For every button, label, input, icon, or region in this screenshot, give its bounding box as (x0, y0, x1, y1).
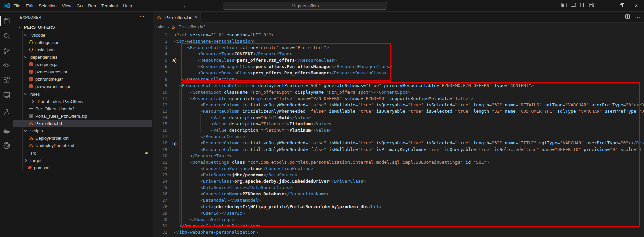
code-line[interactable]: 14 <Value description="Gold">Gold</Value… (153, 114, 644, 121)
code-line[interactable]: 4 <ResourceType>CONTENT</ResourceType> (153, 51, 644, 57)
annotation-label-a: a) (172, 58, 177, 63)
code-line[interactable]: 26 <ConnectionName>PZNDemo Database</Con… (153, 191, 644, 197)
code-line[interactable]: 32</ibm-websphere-personalization> (153, 229, 644, 235)
code-line[interactable]: 5 <ResourceClass>pers_offers.Pzn_offers<… (153, 57, 644, 63)
testing-beaker-icon[interactable] (0, 106, 13, 119)
command-center-search[interactable]: pers_offers (223, 2, 387, 10)
tree-item-rules[interactable]: rules (13, 90, 152, 98)
code-line[interactable]: 13 <ResourceColumn initializeOnlyWhenNee… (153, 108, 644, 114)
code-line[interactable]: 6 <ResourceManagerClass>pers_offers.Pzn_… (153, 63, 644, 70)
tree-item-scripts[interactable]: scripts (13, 127, 152, 134)
navigate-forward-button[interactable]: → (181, 3, 186, 9)
menu-go[interactable]: Go (74, 2, 85, 10)
tab-close-icon[interactable]: ✕ (195, 15, 198, 20)
tree-item-file-pom-xml[interactable]: pom.xml (13, 164, 152, 171)
tree-item-portal-rules-pznoffers[interactable]: Portal_rules_PznOffers (13, 98, 152, 105)
tree-item-file-undeployportlet-xml[interactable]: UndeployPortlet.xml (13, 142, 152, 149)
tree-item-pers-offers[interactable]: PERS_OFFERS (13, 24, 152, 31)
code-line[interactable]: 15 <Value description="Titanium">Titaniu… (153, 121, 644, 127)
tree-item-label: pznquery.jar (35, 62, 59, 67)
line-number: 3 (153, 44, 167, 51)
line-number: 15 (153, 121, 167, 127)
menu-help[interactable]: Help (120, 2, 135, 10)
code-line[interactable]: 7 <ResourceDomainClass>pers_offers.Pzn_o… (153, 70, 644, 76)
chevron-right-icon (24, 159, 28, 162)
code-line[interactable]: 21 <DomainSettings class="com.ibm.etools… (153, 159, 644, 165)
docker-icon[interactable] (0, 124, 13, 137)
source-control-icon[interactable] (0, 44, 13, 57)
tree-item-file-pznquery-jar[interactable]: pznquery.jar (13, 61, 152, 68)
code-line[interactable]: 17 </ResourceColumn> (153, 133, 644, 140)
tree-item-label: pznruntime.jar (35, 77, 63, 82)
code-line[interactable]: 23 <DataSource>jdbc/pzndemo</DataSource> (153, 172, 644, 178)
extensions-icon[interactable] (0, 73, 13, 87)
tree-item-file-pznruntime-jar[interactable]: pznruntime.jar (13, 75, 152, 83)
tree-item-label: dependencies (30, 55, 57, 60)
code-line[interactable]: 19 <ResourceColumn initializeOnlyWhenNee… (153, 146, 644, 153)
tree-item-dependencies[interactable]: dependencies (13, 53, 152, 61)
line-number: 22 (153, 165, 167, 172)
customize-layout-icon[interactable] (589, 3, 595, 9)
code-line[interactable]: 12 <ResourceColumn initializeOnlyWhenNee… (153, 102, 644, 108)
code-line[interactable]: 28 <Url>jdbc:derby:C:\HCL\wp_profile\Por… (153, 203, 644, 210)
tree-item-file-portal-rules-pznoffers-zip[interactable]: Portal_rules_PznOffers.zip (13, 112, 152, 120)
line-number: 5 (153, 57, 167, 63)
explorer-icon[interactable] (0, 14, 13, 28)
tree-item--vscode[interactable]: .vscode (13, 31, 152, 39)
code-line[interactable]: 27 <DataModel></DataModel> (153, 197, 644, 203)
code-line[interactable]: 20 </ResourceTable> (153, 153, 644, 159)
remote-explorer-icon[interactable] (0, 88, 13, 102)
menu-terminal[interactable]: Terminal (99, 2, 120, 10)
code-line[interactable]: 31 </ResourceCollectionDefinition> (153, 223, 644, 229)
code-line[interactable]: 1<?xml version="1.0" encoding="UTF-8"?> (153, 32, 644, 38)
code-line[interactable]: 2<ibm-websphere-personalization> (153, 38, 644, 44)
split-editor-icon[interactable] (625, 14, 630, 20)
tree-item-file-tasks-json[interactable]: {}tasks.json (13, 46, 152, 53)
line-number: 30 (153, 216, 167, 223)
toggle-primary-sidebar-icon[interactable] (561, 3, 567, 9)
search-icon[interactable] (0, 29, 13, 43)
tree-item-file-per-offers-user-hrf[interactable]: Per_Offers_User.hrf (13, 105, 152, 112)
code-line[interactable]: 11 <ResourceTable generateTemplates="fal… (153, 95, 644, 102)
code-line[interactable]: 24 <DriverClass>org.apache.derby.jdbc.Em… (153, 178, 644, 184)
github-icon[interactable] (0, 139, 13, 152)
toggle-secondary-sidebar-icon[interactable] (580, 3, 585, 9)
code-line[interactable]: 16 <Value description="Platinum">Platinu… (153, 127, 644, 133)
run-debug-icon[interactable] (0, 59, 13, 72)
tree-item-src[interactable]: src (13, 149, 152, 157)
code-line[interactable]: 9 <ResourceCollectionDefinition deployme… (153, 82, 644, 89)
code-line[interactable]: 29 <UserId></UserId> (153, 210, 644, 216)
chevron-down-icon (24, 92, 28, 96)
close-button[interactable]: ✕ (629, 0, 644, 12)
code-line[interactable]: 22 <ConnectionPooling>true</ConnectionPo… (153, 165, 644, 172)
breadcrumb-file[interactable]: Pzn_offers.hrf (178, 25, 205, 29)
code-line[interactable]: 8 </ResourceCollection> (153, 76, 644, 82)
tree-item-file-pznresources-jar[interactable]: pznresources.jar (13, 68, 152, 75)
restore-button[interactable] (613, 0, 629, 12)
chevron-right-icon: › (167, 25, 169, 30)
code-line[interactable]: 18 <ResourceColumn initializeOnlyWhenNee… (153, 140, 644, 146)
tree-item-target[interactable]: target (13, 157, 152, 164)
chevron-down-icon (19, 26, 22, 29)
code-line[interactable]: 3 <ResourceCollection action="create" na… (153, 44, 644, 51)
line-number: 10 (153, 89, 167, 95)
tree-item-file-pzn-offers-hrf[interactable]: Pzn_offers.hrf (13, 120, 152, 127)
toggle-panel-icon[interactable] (571, 3, 576, 9)
code-line[interactable]: 25 <DataSourceClass></DataSourceClass> (153, 184, 644, 191)
tree-item-file-settings-json[interactable]: {}settings.json (13, 39, 152, 46)
code-line[interactable]: 10 <ContentSpot className="Pzn_offersSpo… (153, 89, 644, 95)
tab-pzn-offers[interactable]: Pzn_offers.hrf ✕ (153, 12, 201, 23)
breadcrumb-folder[interactable]: rules (156, 25, 165, 29)
navigate-back-button[interactable]: ← (171, 3, 176, 9)
minimize-button[interactable] (598, 0, 613, 12)
menu-edit[interactable]: Edit (23, 2, 36, 10)
code-line[interactable]: 30 </DomainSettings> (153, 216, 644, 223)
menu-view[interactable]: View (59, 2, 74, 10)
menu-file[interactable]: File (11, 2, 23, 10)
tree-item-file-deployportlet-xml[interactable]: DeployPortlet.xml (13, 134, 152, 142)
tree-item-file-pznwpsruntime-jar[interactable]: pznwpsruntime.jar (13, 83, 152, 90)
menu-run[interactable]: Run (85, 2, 99, 10)
code-editor[interactable]: a) b) 1<?xml version="1.0" encoding="UTF… (153, 32, 644, 237)
editor-more-actions-icon[interactable]: ⋯ (635, 14, 640, 20)
menu-selection[interactable]: Selection (36, 2, 59, 10)
